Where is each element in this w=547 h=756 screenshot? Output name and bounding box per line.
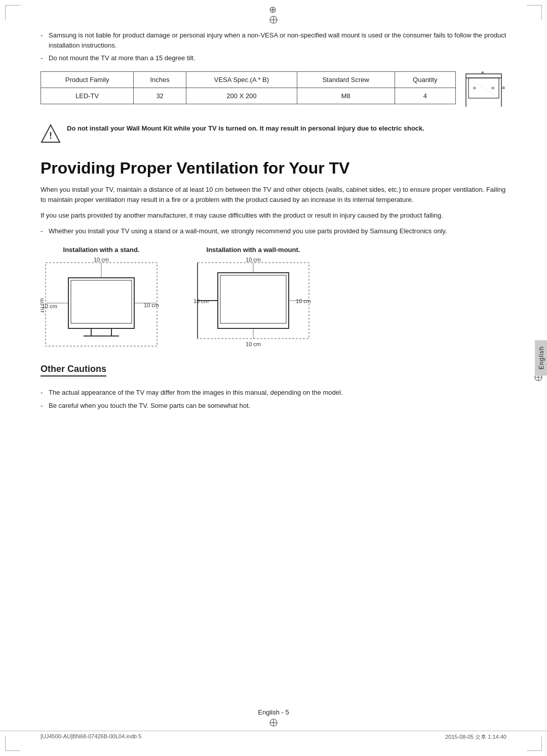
- other-cautions-list: The actual appearance of the TV may diff…: [41, 388, 506, 410]
- cell-standard-screw: M8: [297, 88, 395, 104]
- bullet-item: Do not mount the TV at more than a 15 de…: [41, 53, 506, 63]
- bullet-item: Samsung is not liable for product damage…: [41, 30, 506, 50]
- table-row: LED-TV 32 200 X 200 M8 4: [41, 88, 456, 104]
- cell-inches: 32: [134, 88, 186, 104]
- caution-item-1: The actual appearance of the TV may diff…: [41, 388, 506, 398]
- specs-table: Product Family Inches VESA Spec.(A * B) …: [41, 71, 456, 104]
- warning-box: ! Do not install your Wall Mount Kit whi…: [41, 123, 506, 144]
- crosshair-bottom-icon: [269, 718, 278, 729]
- page: English Samsung is not liable for produc…: [0, 0, 547, 756]
- svg-text:10 cm: 10 cm: [42, 303, 57, 309]
- ventilation-bullet-item: Whether you install your TV using a stan…: [41, 226, 506, 236]
- language-tab: English: [535, 340, 547, 375]
- table-header-row: Product Family Inches VESA Spec.(A * B) …: [41, 71, 456, 88]
- svg-text:10 cm: 10 cm: [246, 258, 261, 263]
- col-inches: Inches: [134, 71, 186, 88]
- col-vesa-spec: VESA Spec.(A * B): [186, 71, 297, 88]
- corner-mark-tr: [527, 5, 542, 20]
- ventilation-body-2: If you use parts provided by another man…: [41, 211, 506, 221]
- col-product-family: Product Family: [41, 71, 134, 88]
- svg-text:10 cm: 10 cm: [94, 258, 109, 263]
- stand-diagram-title: Installation with a stand.: [63, 246, 140, 254]
- caution-item-2: Be careful when you touch the TV. Some p…: [41, 401, 506, 411]
- cell-vesa-spec: 200 X 200: [186, 88, 297, 104]
- svg-rect-21: [68, 278, 134, 328]
- svg-rect-36: [220, 275, 286, 323]
- stand-diagram: Installation with a stand. 10 cm 10 cm 1…: [41, 246, 162, 349]
- footer: English - 5 [UJ4500-AU]BN68-07426B-00L04…: [0, 708, 547, 741]
- svg-rect-6: [466, 74, 501, 78]
- wall-diagram-title: Installation with a wall-mount.: [207, 246, 300, 254]
- svg-rect-35: [218, 273, 289, 328]
- warning-strong-text: Do not install your Wall Mount Kit while…: [67, 124, 424, 132]
- table-diagram-section: Product Family Inches VESA Spec.(A * B) …: [41, 71, 506, 113]
- other-cautions-title: Other Cautions: [41, 364, 106, 376]
- footer-left-meta: [UJ4500-AU]BN68-07426B-00L04.indb 5: [41, 733, 141, 741]
- footer-right-meta: 2015-08-05 오후 1:14:40: [445, 733, 506, 741]
- col-standard-screw: Standard Screw: [297, 71, 395, 88]
- ventilation-bullet-list: Whether you install your TV using a stan…: [41, 226, 506, 236]
- svg-text:10 cm: 10 cm: [246, 341, 261, 347]
- crosshair-top-icon: [269, 4, 278, 13]
- wall-diagram-section: Installation with a wall-mount. 10 cm 10…: [192, 246, 314, 349]
- svg-text:!: !: [49, 131, 52, 141]
- corner-mark-tl: [5, 5, 20, 20]
- ventilation-body-1: When you install your TV, maintain a dis…: [41, 185, 506, 206]
- cell-quantity: 4: [395, 88, 455, 104]
- footer-meta: [UJ4500-AU]BN68-07426B-00L04.indb 5 2015…: [0, 731, 547, 741]
- ventilation-diagrams: Installation with a stand. 10 cm 10 cm 1…: [41, 246, 506, 349]
- cell-product-family: LED-TV: [41, 88, 134, 104]
- col-quantity: Quantity: [395, 71, 455, 88]
- svg-text:10 cm: 10 cm: [193, 298, 209, 304]
- warning-icon: !: [41, 123, 61, 144]
- svg-rect-22: [71, 280, 132, 323]
- top-bullet-list: Samsung is not liable for product damage…: [41, 30, 506, 63]
- ventilation-title: Providing Proper Ventilation for Your TV: [41, 159, 506, 178]
- svg-line-17: [468, 78, 499, 98]
- svg-text:B: B: [502, 86, 505, 90]
- wall-mount-diagram: A B: [461, 71, 506, 113]
- svg-text:10 cm: 10 cm: [296, 298, 311, 304]
- svg-point-15: [474, 87, 476, 89]
- svg-point-16: [492, 87, 494, 89]
- warning-text: Do not install your Wall Mount Kit while…: [67, 123, 424, 134]
- footer-page-label: English - 5: [258, 708, 289, 716]
